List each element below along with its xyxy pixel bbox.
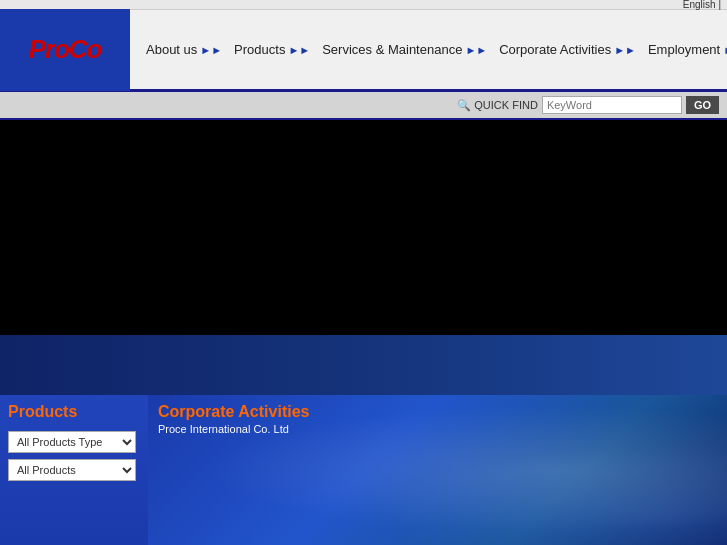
nav-arrow-services: ►► bbox=[465, 44, 487, 56]
products-select[interactable]: All Products bbox=[8, 459, 136, 481]
corp-panel: Corporate Activities Proce International… bbox=[148, 395, 727, 545]
nav-arrow-employment: ►► bbox=[723, 44, 727, 56]
logo-box[interactable]: ProCo bbox=[0, 9, 130, 91]
products-panel-title: Products bbox=[8, 403, 140, 421]
products-type-select[interactable]: All Products Type bbox=[8, 431, 136, 453]
logo-co: Co bbox=[69, 34, 102, 64]
header: ProCo About us ►► Products ►► Services &… bbox=[0, 10, 727, 92]
nav-item-services[interactable]: Services & Maintenance ►► bbox=[316, 10, 493, 89]
banner-overlay bbox=[0, 335, 727, 395]
nav-item-corporate[interactable]: Corporate Activities ►► bbox=[493, 10, 642, 89]
quick-find-label: 🔍 QUICK FIND bbox=[457, 99, 538, 112]
search-bar: 🔍 QUICK FIND GO bbox=[0, 92, 727, 120]
logo: ProCo bbox=[28, 34, 101, 65]
nav-item-about[interactable]: About us ►► bbox=[140, 10, 228, 89]
corp-panel-title: Corporate Activities bbox=[158, 403, 309, 420]
corp-panel-subtitle: Proce International Co. Ltd bbox=[158, 423, 717, 435]
search-icon: 🔍 bbox=[457, 99, 471, 112]
bottom-section: Products All Products Type All Products … bbox=[0, 395, 727, 545]
logo-pro: Pro bbox=[28, 34, 68, 64]
search-input[interactable] bbox=[542, 96, 682, 114]
nav-item-products[interactable]: Products ►► bbox=[228, 10, 316, 89]
banner bbox=[0, 120, 727, 395]
language-selector[interactable]: English | bbox=[683, 0, 721, 10]
nav-arrow-about: ►► bbox=[200, 44, 222, 56]
products-panel: Products All Products Type All Products bbox=[0, 395, 148, 545]
nav-item-employment[interactable]: Employment ►► bbox=[642, 10, 727, 89]
nav-arrow-products: ►► bbox=[288, 44, 310, 56]
go-button[interactable]: GO bbox=[686, 96, 719, 114]
main-nav: About us ►► Products ►► Services & Maint… bbox=[130, 10, 727, 89]
nav-arrow-corporate: ►► bbox=[614, 44, 636, 56]
